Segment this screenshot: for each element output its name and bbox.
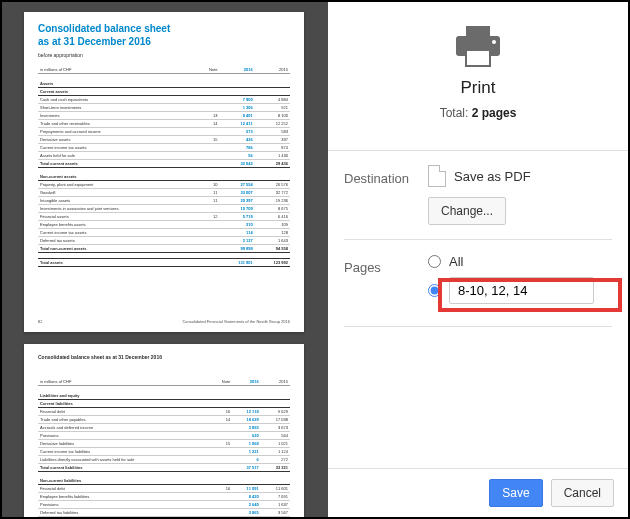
app-container: Consolidated balance sheet as at 31 Dece… [0, 0, 630, 519]
page-number: 82 [38, 319, 42, 324]
balance-sheet-table-1: in millions of CHFNote20162015AssetsCurr… [38, 66, 290, 267]
pages-all-label[interactable]: All [449, 254, 463, 269]
doc-subtitle: before appropriation [38, 52, 290, 58]
doc-title: Consolidated balance sheet as at 31 Dece… [38, 22, 290, 48]
doc-title-line1: Consolidated balance sheet [38, 23, 170, 34]
preview-panel: Consolidated balance sheet as at 31 Dece… [2, 2, 328, 517]
page-footer: 82 Consolidated Financial Statements of … [38, 319, 290, 324]
print-panel: Print Total: 2 pages Destination Save as… [328, 2, 628, 517]
pages-custom-radio[interactable] [428, 284, 441, 297]
destination-name: Save as PDF [454, 169, 531, 184]
destination-row: Destination Save as PDF Change... [344, 165, 612, 225]
svg-point-3 [492, 40, 496, 44]
print-total: Total: 2 pages [328, 106, 628, 120]
print-total-label: Total: [440, 106, 472, 120]
pages-label: Pages [344, 254, 428, 275]
balance-sheet-table-2: in millions of CHFNote20162015Liabilitie… [38, 378, 290, 517]
divider [344, 326, 612, 327]
pages-custom-input[interactable] [449, 277, 594, 304]
print-settings: Destination Save as PDF Change... Pages … [328, 165, 628, 341]
svg-rect-2 [466, 50, 490, 66]
preview-page-2: Consolidated balance sheet as at 31 Dece… [24, 344, 304, 517]
pages-custom-row [428, 277, 612, 304]
print-total-value: 2 pages [472, 106, 517, 120]
destination-value-row: Save as PDF [428, 165, 612, 187]
change-destination-button[interactable]: Change... [428, 197, 506, 225]
cancel-button[interactable]: Cancel [551, 479, 614, 507]
save-button[interactable]: Save [489, 479, 542, 507]
pdf-icon [428, 165, 446, 187]
destination-label: Destination [344, 165, 428, 186]
printer-icon [452, 24, 504, 68]
pages-row: Pages All [344, 254, 612, 312]
pages-all-radio[interactable] [428, 255, 441, 268]
divider [344, 239, 612, 240]
preview-page-1: Consolidated balance sheet as at 31 Dece… [24, 12, 304, 332]
svg-rect-0 [466, 26, 490, 36]
pages-all-row: All [428, 254, 612, 269]
dialog-footer: Save Cancel [328, 468, 628, 517]
print-header: Print Total: 2 pages [328, 2, 628, 136]
print-title: Print [328, 78, 628, 98]
doc-title-line2: as at 31 December 2016 [38, 36, 151, 47]
page-footer-text: Consolidated Financial Statements of the… [182, 319, 290, 324]
divider [328, 150, 628, 151]
